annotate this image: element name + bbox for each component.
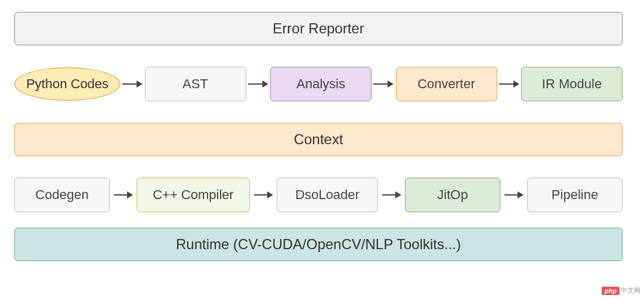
svg-marker-15 <box>518 191 524 198</box>
watermark-text: 中文网 <box>621 286 640 295</box>
arrow-icon <box>254 189 273 201</box>
ast-box: AST <box>145 67 246 101</box>
arrow-icon <box>504 189 524 201</box>
svg-marker-13 <box>395 191 401 198</box>
svg-marker-3 <box>262 80 268 88</box>
jitop-box: JitOp <box>405 178 500 212</box>
arrow-icon <box>122 78 143 90</box>
dsoloader-box: DsoLoader <box>277 178 378 212</box>
watermark: php 中文网 <box>602 286 640 295</box>
analysis-box: Analysis <box>270 67 371 101</box>
codegen-box: Codegen <box>14 178 110 212</box>
svg-marker-1 <box>137 80 143 88</box>
runtime-box: Runtime (CV-CUDA/OpenCV/NLP Toolkits...) <box>14 228 623 261</box>
context-box: Context <box>14 123 623 156</box>
arrow-icon <box>373 78 394 90</box>
row-parse-pipeline: Python Codes AST Analysis Converter <box>14 67 623 101</box>
row-codegen-pipeline: Codegen C++ Compiler DsoLoader JitOp <box>14 178 623 212</box>
cpp-compiler-box: C++ Compiler <box>137 178 250 212</box>
svg-marker-7 <box>513 80 519 88</box>
python-codes-ellipse: Python Codes <box>14 67 120 101</box>
svg-marker-11 <box>267 191 273 198</box>
arrow-icon <box>499 78 519 90</box>
arrow-icon <box>382 189 401 201</box>
svg-marker-5 <box>388 80 394 88</box>
arrow-icon <box>248 78 268 90</box>
watermark-badge: php <box>602 287 620 295</box>
ir-module-box: IR Module <box>521 67 623 101</box>
converter-box: Converter <box>396 67 497 101</box>
pipeline-box: Pipeline <box>527 178 623 212</box>
error-reporter-box: Error Reporter <box>14 12 623 45</box>
arrow-icon <box>114 189 133 201</box>
svg-marker-9 <box>127 191 133 198</box>
compiler-pipeline-diagram: Error Reporter Python Codes AST Analysis… <box>14 12 623 261</box>
